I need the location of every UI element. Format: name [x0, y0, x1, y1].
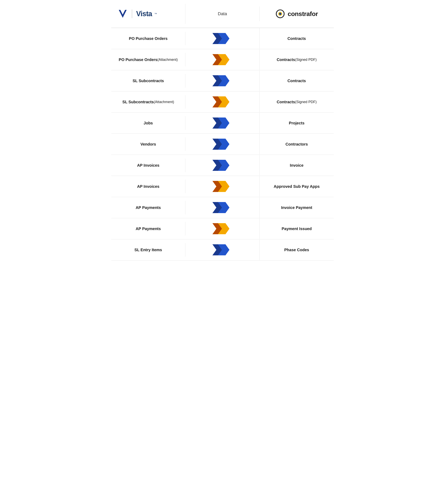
right-label: Contracts: [277, 57, 295, 62]
cell-left: AP Invoices: [111, 159, 185, 172]
table-row: Jobs Projects: [111, 113, 334, 134]
orange-arrows-icon: [212, 96, 232, 108]
right-label: Contracts: [288, 36, 306, 41]
left-label: PO Purchase Orders: [129, 36, 167, 41]
cell-left: SL Entry Items: [111, 243, 185, 256]
cell-middle: [185, 176, 260, 197]
table-row: PO Purchase Orders Contracts: [111, 28, 334, 49]
header-row: Vista™ Data constrafor: [111, 0, 334, 28]
left-label: AP Payments: [136, 205, 161, 210]
cell-middle: [185, 28, 260, 49]
cell-right: Approved Sub Pay Apps: [260, 180, 334, 193]
orange-arrows-icon: [212, 53, 232, 66]
cell-middle: [185, 155, 260, 176]
cell-middle: [185, 49, 260, 70]
svg-marker-0: [119, 10, 127, 18]
constrafor-label: constrafor: [288, 10, 318, 18]
blue-arrows-icon: [212, 138, 232, 150]
left-label: AP Invoices: [137, 162, 159, 168]
cell-right: Invoice: [260, 159, 334, 172]
cell-right: Contracts(Signed PDF): [260, 95, 334, 109]
constrafor-icon: [276, 9, 285, 18]
blue-arrows-icon: [212, 159, 232, 172]
left-label: Jobs: [144, 120, 153, 126]
cell-left: PO Purchase Orders: [111, 32, 185, 45]
cell-right: Projects: [260, 116, 334, 130]
right-label: Contractors: [286, 141, 308, 147]
vista-divider: [132, 9, 132, 18]
table-row: AP Payments Payment Issued: [111, 218, 334, 239]
cell-right: Invoice Payment: [260, 201, 334, 214]
left-label: SL Subcontracts: [133, 78, 164, 84]
orange-arrows-icon: [212, 180, 232, 193]
right-label: Payment Issued: [282, 226, 312, 232]
left-label: Vendors: [141, 141, 156, 147]
constrafor-logo-cell: constrafor: [260, 4, 334, 23]
cell-right: Contracts: [260, 74, 334, 88]
right-label: Projects: [289, 120, 304, 126]
cell-middle: [185, 197, 260, 218]
cell-middle: [185, 92, 260, 112]
vista-tm: ™: [154, 12, 157, 15]
cell-left: SL Subcontracts(Attachment): [111, 95, 185, 109]
table-row: PO Purchase Orders(Attachment) Contracts…: [111, 49, 334, 70]
cell-left: Jobs: [111, 116, 185, 130]
cell-right: Phase Codes: [260, 243, 334, 256]
cell-middle: [185, 134, 260, 154]
cell-left: PO Purchase Orders(Attachment): [111, 53, 185, 66]
svg-point-4: [279, 13, 281, 15]
vista-v-icon: [118, 9, 128, 19]
cell-left: AP Invoices: [111, 180, 185, 193]
cell-left: AP Payments: [111, 222, 185, 235]
cell-right: Contracts(Signed PDF): [260, 53, 334, 66]
cell-left: SL Subcontracts: [111, 74, 185, 88]
vista-logo-cell: Vista™: [111, 4, 185, 24]
table-row: AP Invoices Approved Sub Pay Apps: [111, 176, 334, 197]
blue-arrows-icon: [212, 201, 232, 214]
table-row: AP Payments Invoice Payment: [111, 197, 334, 218]
right-label: Contracts: [277, 99, 295, 105]
cell-right: Contractors: [260, 137, 334, 151]
cell-middle: [185, 113, 260, 133]
cell-right: Payment Issued: [260, 222, 334, 235]
right-label: Invoice: [290, 162, 303, 168]
cell-middle: [185, 218, 260, 239]
left-label: PO Purchase Orders: [119, 57, 157, 62]
table-row: AP Invoices Invoice: [111, 155, 334, 176]
vista-label: Vista: [136, 10, 152, 18]
table-row: SL Entry Items Phase Codes: [111, 239, 334, 260]
table-row: SL Subcontracts(Attachment) Contracts(Si…: [111, 91, 334, 113]
left-label: SL Entry Items: [134, 247, 162, 252]
right-label: Phase Codes: [284, 247, 309, 252]
blue-arrows-icon: [212, 117, 232, 129]
left-label-sub: (Attachment): [157, 58, 178, 62]
blue-arrows-icon: [212, 244, 232, 256]
rows-container: PO Purchase Orders Contracts PO Purchase…: [111, 28, 334, 260]
data-column-header: Data: [185, 6, 260, 21]
right-label: Invoice Payment: [281, 205, 312, 210]
right-label: Approved Sub Pay Apps: [274, 184, 320, 189]
cell-right: Contracts: [260, 32, 334, 45]
right-label-sub: (Signed PDF): [295, 58, 316, 62]
orange-arrows-icon: [212, 222, 232, 235]
cell-middle: [185, 240, 260, 260]
left-label: AP Payments: [136, 226, 161, 232]
cell-left: Vendors: [111, 137, 185, 151]
cell-left: AP Payments: [111, 201, 185, 214]
cell-middle: [185, 71, 260, 91]
table-row: SL Subcontracts Contracts: [111, 70, 334, 91]
left-label: SL Subcontracts: [122, 99, 154, 105]
right-label: Contracts: [288, 78, 306, 84]
table-row: Vendors Contractors: [111, 134, 334, 155]
right-label-sub: (Signed PDF): [295, 100, 316, 104]
left-label-sub: (Attachment): [154, 100, 174, 104]
blue-arrows-icon: [212, 32, 232, 45]
blue-arrows-icon: [212, 74, 232, 87]
left-label: AP Invoices: [137, 184, 159, 189]
